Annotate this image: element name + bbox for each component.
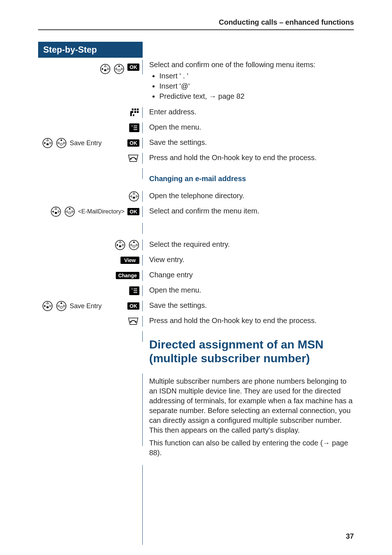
ok-softkey: OK — [127, 64, 139, 71]
nav-key-icon — [115, 240, 126, 250]
svg-marker-68 — [64, 305, 65, 307]
nav-key-icon — [56, 301, 67, 311]
menu-key-icon — [129, 286, 139, 295]
svg-rect-28 — [60, 143, 62, 145]
svg-marker-42 — [69, 208, 71, 209]
svg-point-30 — [135, 158, 136, 160]
svg-rect-40 — [55, 212, 57, 214]
display-text: <E-MailDirectory> — [78, 208, 124, 215]
svg-marker-62 — [44, 305, 45, 307]
svg-rect-55 — [133, 245, 135, 247]
instruction-text: Press and hold the On-hook key to end th… — [143, 316, 354, 326]
nav-key-icon — [128, 240, 139, 250]
page-number: 37 — [346, 532, 354, 540]
svg-marker-33 — [130, 195, 132, 197]
on-hook-key-icon — [127, 154, 139, 163]
svg-point-29 — [130, 158, 131, 160]
svg-marker-32 — [133, 192, 135, 194]
svg-marker-67 — [57, 305, 59, 307]
svg-marker-25 — [60, 139, 62, 141]
svg-marker-49 — [122, 244, 124, 246]
svg-rect-35 — [133, 197, 135, 199]
body-paragraph: This function can also be called by ente… — [149, 438, 354, 458]
ok-softkey: OK — [127, 139, 139, 147]
keypad-icon — [129, 107, 139, 118]
svg-marker-22 — [50, 142, 52, 144]
svg-rect-14 — [137, 111, 139, 113]
svg-marker-7 — [115, 68, 117, 70]
instruction-text: Open the menu. — [143, 122, 354, 132]
svg-rect-64 — [46, 306, 49, 308]
nav-key-icon — [42, 138, 53, 148]
instruction-text: Open the telephone directory. — [143, 191, 354, 201]
svg-marker-21 — [44, 142, 45, 144]
nav-key-icon — [64, 206, 75, 217]
body-paragraph: Multiple subscriber numbers are phone nu… — [149, 376, 354, 435]
running-header: Conducting calls – enhanced functions — [38, 18, 354, 30]
svg-marker-1 — [104, 65, 106, 67]
svg-marker-48 — [116, 244, 118, 246]
display-text: Save Entry — [70, 139, 102, 147]
svg-marker-37 — [55, 208, 57, 209]
svg-marker-20 — [46, 139, 49, 141]
menu-items-list: Insert ' . ' Insert '@' Predictive text,… — [149, 71, 354, 101]
svg-marker-8 — [121, 68, 123, 70]
svg-marker-52 — [133, 241, 135, 243]
svg-rect-45 — [69, 212, 71, 214]
ok-softkey: OK — [127, 302, 139, 310]
nav-key-icon — [114, 64, 124, 74]
instruction-text: Select and confirm the menu item. — [143, 206, 354, 216]
svg-marker-43 — [66, 211, 68, 213]
nav-key-icon — [100, 64, 111, 74]
svg-rect-69 — [60, 306, 62, 308]
ok-softkey: OK — [127, 208, 139, 215]
svg-marker-63 — [50, 305, 52, 307]
instruction-text: Save the settings. — [143, 301, 354, 310]
step-by-step-header: Step-by-Step — [38, 42, 142, 58]
svg-marker-3 — [107, 68, 109, 70]
menu-key-icon — [129, 123, 139, 132]
instruction-text: Select and confirm one of the following … — [149, 60, 354, 70]
svg-marker-54 — [136, 244, 138, 246]
instruction-text: Press and hold the On-hook key to end th… — [143, 153, 354, 163]
svg-point-31 — [129, 192, 139, 201]
instruction-text: Save the settings. — [143, 138, 354, 147]
svg-point-70 — [130, 321, 131, 323]
svg-rect-23 — [46, 143, 49, 145]
svg-rect-11 — [134, 109, 136, 110]
instruction-text: Change entry — [143, 270, 354, 280]
svg-marker-47 — [119, 241, 121, 243]
svg-rect-4 — [104, 69, 106, 71]
nav-key-icon — [50, 206, 61, 217]
svg-marker-2 — [101, 68, 103, 70]
svg-marker-39 — [58, 211, 60, 213]
svg-rect-12 — [137, 109, 139, 110]
svg-marker-38 — [52, 211, 54, 213]
svg-rect-10 — [132, 109, 134, 110]
svg-point-71 — [135, 321, 136, 323]
instruction-text: Open the menu. — [143, 285, 354, 295]
on-hook-key-icon — [127, 317, 139, 326]
svg-rect-50 — [119, 245, 121, 247]
svg-rect-9 — [118, 69, 120, 71]
instruction-text: Select the required entry. — [143, 240, 354, 249]
nav-key-icon — [128, 191, 139, 202]
svg-marker-27 — [64, 142, 65, 144]
svg-marker-26 — [57, 142, 59, 144]
svg-marker-34 — [136, 195, 138, 197]
svg-marker-61 — [46, 302, 49, 304]
change-softkey: Change — [116, 272, 139, 279]
svg-marker-44 — [72, 211, 74, 213]
svg-marker-53 — [130, 244, 132, 246]
subheading: Changing an e-mail address — [149, 168, 354, 187]
instruction-text: View entry. — [143, 255, 354, 265]
section-title: Directed assignment of an MSN (multiple … — [149, 331, 354, 369]
view-softkey: View — [121, 257, 139, 264]
display-text: Save Entry — [70, 302, 102, 310]
instruction-text: Enter address. — [143, 107, 354, 117]
nav-key-icon — [42, 301, 53, 311]
svg-marker-66 — [60, 302, 62, 304]
svg-rect-13 — [134, 111, 136, 113]
svg-marker-6 — [118, 65, 120, 67]
nav-key-icon — [56, 138, 67, 148]
